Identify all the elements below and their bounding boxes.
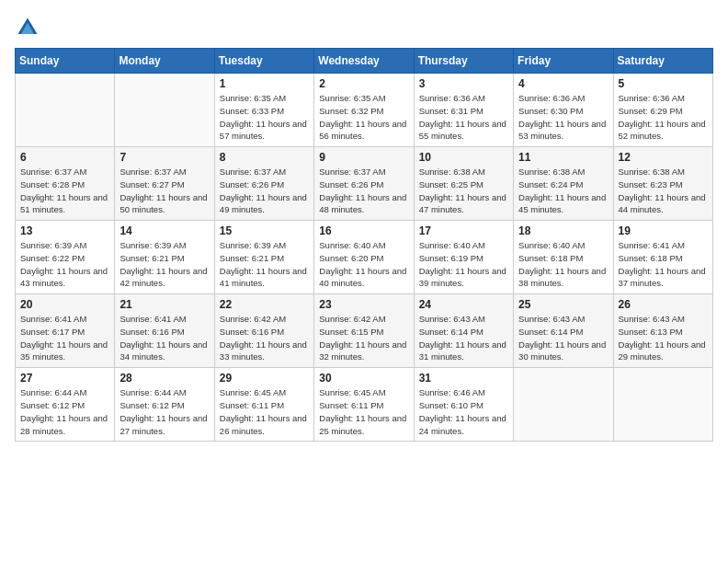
day-number: 15 <box>220 224 309 237</box>
calendar-cell: 25Sunrise: 6:43 AM Sunset: 6:14 PM Dayli… <box>514 294 613 368</box>
day-info: Sunrise: 6:35 AM Sunset: 6:32 PM Dayligh… <box>319 92 408 143</box>
calendar-cell: 7Sunrise: 6:37 AM Sunset: 6:27 PM Daylig… <box>115 147 214 221</box>
day-info: Sunrise: 6:41 AM Sunset: 6:16 PM Dayligh… <box>119 313 209 363</box>
weekday-header-sunday: Sunday <box>16 49 115 74</box>
calendar-week-row: 6Sunrise: 6:37 AM Sunset: 6:28 PM Daylig… <box>16 147 713 221</box>
day-info: Sunrise: 6:40 AM Sunset: 6:19 PM Dayligh… <box>419 239 508 290</box>
day-info: Sunrise: 6:46 AM Sunset: 6:10 PM Dayligh… <box>419 386 508 437</box>
day-info: Sunrise: 6:37 AM Sunset: 6:26 PM Dayligh… <box>319 166 408 216</box>
day-number: 4 <box>518 77 608 90</box>
day-info: Sunrise: 6:37 AM Sunset: 6:26 PM Dayligh… <box>220 166 309 216</box>
day-number: 22 <box>220 298 309 311</box>
calendar-cell: 5Sunrise: 6:36 AM Sunset: 6:29 PM Daylig… <box>613 74 712 147</box>
calendar-cell: 6Sunrise: 6:37 AM Sunset: 6:28 PM Daylig… <box>16 147 115 221</box>
calendar-cell: 8Sunrise: 6:37 AM Sunset: 6:26 PM Daylig… <box>214 147 313 221</box>
calendar-cell: 20Sunrise: 6:41 AM Sunset: 6:17 PM Dayli… <box>16 294 115 368</box>
calendar-week-row: 13Sunrise: 6:39 AM Sunset: 6:22 PM Dayli… <box>16 221 713 294</box>
day-number: 11 <box>518 151 608 164</box>
calendar-cell: 9Sunrise: 6:37 AM Sunset: 6:26 PM Daylig… <box>314 147 414 221</box>
calendar-body: 1Sunrise: 6:35 AM Sunset: 6:33 PM Daylig… <box>16 74 713 442</box>
calendar-week-row: 27Sunrise: 6:44 AM Sunset: 6:12 PM Dayli… <box>16 368 713 442</box>
day-number: 23 <box>319 298 408 311</box>
day-number: 29 <box>220 372 309 385</box>
day-number: 19 <box>619 224 708 237</box>
calendar-cell: 28Sunrise: 6:44 AM Sunset: 6:12 PM Dayli… <box>115 368 214 442</box>
day-number: 24 <box>419 298 508 311</box>
day-info: Sunrise: 6:41 AM Sunset: 6:18 PM Dayligh… <box>619 239 708 290</box>
calendar-cell: 19Sunrise: 6:41 AM Sunset: 6:18 PM Dayli… <box>613 221 712 294</box>
day-info: Sunrise: 6:35 AM Sunset: 6:33 PM Dayligh… <box>220 92 309 143</box>
day-info: Sunrise: 6:44 AM Sunset: 6:12 PM Dayligh… <box>20 386 109 437</box>
calendar-cell: 24Sunrise: 6:43 AM Sunset: 6:14 PM Dayli… <box>414 294 513 368</box>
calendar-cell: 16Sunrise: 6:40 AM Sunset: 6:20 PM Dayli… <box>314 221 414 294</box>
calendar-cell: 29Sunrise: 6:45 AM Sunset: 6:11 PM Dayli… <box>214 368 313 442</box>
day-info: Sunrise: 6:38 AM Sunset: 6:23 PM Dayligh… <box>619 166 708 216</box>
calendar-cell: 31Sunrise: 6:46 AM Sunset: 6:10 PM Dayli… <box>414 368 513 442</box>
calendar-cell: 30Sunrise: 6:45 AM Sunset: 6:11 PM Dayli… <box>314 368 414 442</box>
calendar-week-row: 1Sunrise: 6:35 AM Sunset: 6:33 PM Daylig… <box>16 74 713 147</box>
day-number: 27 <box>20 372 109 385</box>
day-number: 18 <box>518 224 608 237</box>
calendar-cell: 17Sunrise: 6:40 AM Sunset: 6:19 PM Dayli… <box>414 221 513 294</box>
calendar-cell: 10Sunrise: 6:38 AM Sunset: 6:25 PM Dayli… <box>414 147 513 221</box>
calendar-cell: 3Sunrise: 6:36 AM Sunset: 6:31 PM Daylig… <box>414 74 513 147</box>
day-number: 6 <box>20 151 109 164</box>
calendar-cell: 13Sunrise: 6:39 AM Sunset: 6:22 PM Dayli… <box>16 221 115 294</box>
day-info: Sunrise: 6:39 AM Sunset: 6:22 PM Dayligh… <box>20 239 109 290</box>
day-number: 28 <box>119 372 209 385</box>
calendar-cell: 26Sunrise: 6:43 AM Sunset: 6:13 PM Dayli… <box>613 294 712 368</box>
day-number: 31 <box>419 372 508 385</box>
day-number: 21 <box>119 298 209 311</box>
calendar-header: SundayMondayTuesdayWednesdayThursdayFrid… <box>16 49 713 74</box>
day-info: Sunrise: 6:37 AM Sunset: 6:28 PM Dayligh… <box>20 166 109 216</box>
weekday-header-monday: Monday <box>115 49 214 74</box>
calendar-cell: 2Sunrise: 6:35 AM Sunset: 6:32 PM Daylig… <box>314 74 414 147</box>
calendar-cell: 12Sunrise: 6:38 AM Sunset: 6:23 PM Dayli… <box>613 147 712 221</box>
day-number: 1 <box>220 77 309 90</box>
day-number: 2 <box>319 77 408 90</box>
day-info: Sunrise: 6:43 AM Sunset: 6:13 PM Dayligh… <box>619 313 708 363</box>
day-info: Sunrise: 6:42 AM Sunset: 6:15 PM Dayligh… <box>319 313 408 363</box>
day-number: 12 <box>619 151 708 164</box>
day-number: 5 <box>619 77 708 90</box>
day-info: Sunrise: 6:40 AM Sunset: 6:18 PM Dayligh… <box>518 239 608 290</box>
day-info: Sunrise: 6:36 AM Sunset: 6:30 PM Dayligh… <box>518 92 608 143</box>
day-number: 13 <box>20 224 109 237</box>
calendar-cell: 18Sunrise: 6:40 AM Sunset: 6:18 PM Dayli… <box>514 221 613 294</box>
weekday-header-saturday: Saturday <box>613 49 712 74</box>
calendar-cell: 4Sunrise: 6:36 AM Sunset: 6:30 PM Daylig… <box>514 74 613 147</box>
day-number: 10 <box>419 151 508 164</box>
weekday-header-wednesday: Wednesday <box>314 49 414 74</box>
page-header <box>15 15 713 40</box>
day-number: 30 <box>319 372 408 385</box>
calendar-cell <box>613 368 712 442</box>
day-info: Sunrise: 6:36 AM Sunset: 6:29 PM Dayligh… <box>619 92 708 143</box>
calendar-cell: 27Sunrise: 6:44 AM Sunset: 6:12 PM Dayli… <box>16 368 115 442</box>
day-number: 7 <box>119 151 209 164</box>
day-number: 14 <box>119 224 209 237</box>
calendar-cell: 15Sunrise: 6:39 AM Sunset: 6:21 PM Dayli… <box>214 221 313 294</box>
day-number: 3 <box>419 77 508 90</box>
calendar-cell: 11Sunrise: 6:38 AM Sunset: 6:24 PM Dayli… <box>514 147 613 221</box>
calendar-cell: 14Sunrise: 6:39 AM Sunset: 6:21 PM Dayli… <box>115 221 214 294</box>
calendar-cell: 1Sunrise: 6:35 AM Sunset: 6:33 PM Daylig… <box>214 74 313 147</box>
day-number: 26 <box>619 298 708 311</box>
logo <box>15 15 44 40</box>
calendar-cell <box>514 368 613 442</box>
day-info: Sunrise: 6:45 AM Sunset: 6:11 PM Dayligh… <box>319 386 408 437</box>
day-info: Sunrise: 6:38 AM Sunset: 6:24 PM Dayligh… <box>518 166 608 216</box>
calendar-table: SundayMondayTuesdayWednesdayThursdayFrid… <box>15 48 713 442</box>
day-info: Sunrise: 6:37 AM Sunset: 6:27 PM Dayligh… <box>119 166 209 216</box>
day-info: Sunrise: 6:44 AM Sunset: 6:12 PM Dayligh… <box>119 386 209 437</box>
weekday-header-row: SundayMondayTuesdayWednesdayThursdayFrid… <box>16 49 713 74</box>
day-number: 20 <box>20 298 109 311</box>
day-number: 17 <box>419 224 508 237</box>
calendar-cell <box>115 74 214 147</box>
day-info: Sunrise: 6:43 AM Sunset: 6:14 PM Dayligh… <box>518 313 608 363</box>
day-info: Sunrise: 6:39 AM Sunset: 6:21 PM Dayligh… <box>119 239 209 290</box>
weekday-header-tuesday: Tuesday <box>214 49 313 74</box>
day-info: Sunrise: 6:40 AM Sunset: 6:20 PM Dayligh… <box>319 239 408 290</box>
day-number: 9 <box>319 151 408 164</box>
day-info: Sunrise: 6:39 AM Sunset: 6:21 PM Dayligh… <box>220 239 309 290</box>
weekday-header-friday: Friday <box>514 49 613 74</box>
